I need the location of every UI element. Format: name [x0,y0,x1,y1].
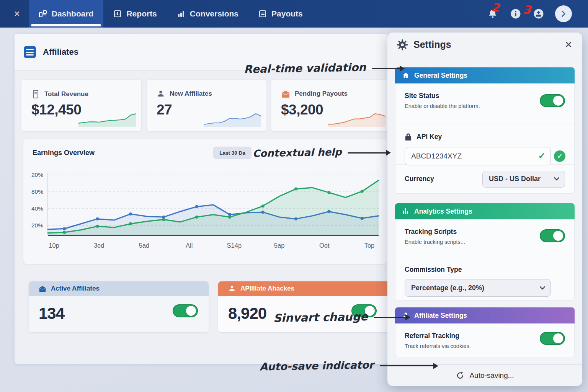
commission-type-label: Commission Type [405,266,565,274]
panel-expand-button[interactable] [555,5,572,22]
chevron-right-icon [560,10,567,17]
svg-text:80%: 80% [31,188,43,195]
info-badge: 3 [522,3,531,17]
site-status-row: Site Status Enable or disable the platfo… [395,83,574,124]
stat-label: Total Revenue [44,90,88,98]
annotation-contextual-help: Contextual help [253,147,390,158]
tracking-scripts-row: Tracking Scripts Enable tracking scripts… [395,219,574,257]
tab-conversions[interactable]: Conversions [167,0,248,28]
revenue-sparkline [78,111,136,127]
tab-label: Dashboard [52,9,94,18]
commission-type-value: Percentage (e.g., 20%) [411,284,484,292]
annotation-realtime-validation: Real-time validation [244,62,403,75]
nav-close-button[interactable]: ✕ [14,9,20,18]
envelope-icon [39,285,46,292]
validation-badge-icon: ✓ [554,150,565,162]
svg-text:5ad: 5ad [139,242,150,249]
site-status-toggle[interactable] [540,94,565,107]
api-key-input[interactable] [405,147,551,165]
svg-text:10p: 10p [49,242,59,249]
affiliates-sparkline [204,111,261,127]
chevron-down-icon [540,286,545,290]
upload-icon[interactable] [532,7,545,20]
autosave-text: Auto-saving... [469,371,514,380]
general-settings-section: General Settings Site Status Enable or d… [395,67,575,194]
analytics-settings-section: Analytics Settings Tracking Scripts Enab… [395,203,575,301]
page-title: Affiliates [43,47,78,57]
chevron-down-icon [554,177,559,181]
active-affiliates-card: Active Affiliates 134 [29,281,209,332]
stat-value: 27 [157,102,172,118]
affiliate-settings-header: Affiliate Settings [395,307,575,323]
dashboard-icon [39,10,47,18]
svg-text:5ap: 5ap [274,242,285,249]
referral-tracking-toggle[interactable] [540,332,565,345]
svg-text:S14p: S14p [227,242,242,249]
tab-payouts[interactable]: Payouts [248,0,313,28]
stat-label: Pending Payouts [295,90,348,98]
tab-dashboard[interactable]: Dashboard [29,0,104,28]
affiliates-list-icon [24,46,36,58]
card-value: 8,920 [228,304,266,323]
autosave-spinner-icon [456,371,465,380]
currency-value: USD - US Dollar [489,175,541,183]
api-key-label: API Key [416,133,442,141]
conversions-icon [177,10,185,18]
nav-actions [486,5,588,22]
svg-text:Oot: Oot [319,242,330,249]
currency-row: Currency USD - US Dollar [395,165,574,193]
active-affiliates-toggle[interactable] [173,304,198,317]
stat-label: New Affiliates [170,90,212,98]
card-title: Active Affiliates [51,285,100,292]
annotation-autosave-indicator: Auto-save indicator [260,360,437,372]
affiliate-hackes-card: APIlllate Ahackes 8,920 [218,281,390,332]
analytics-settings-header: Analytics Settings [395,203,575,219]
card-value: 134 [39,304,64,323]
svg-text:40%: 40% [31,205,43,212]
settings-panel: Settings ✕ General Settings Site Status … [387,33,582,386]
bell-badge: 2 [491,0,500,15]
stat-card-total-revenue: Total Revenue $12,450 [21,79,142,132]
general-settings-header: General Settings [395,67,575,83]
svg-text:Top: Top [364,242,375,249]
commission-type-select[interactable]: Percentage (e.g., 20%) [405,279,551,297]
earnings-chart: 20%80%40%20%10p3ed5adAllS14p5apOotTop [26,168,385,260]
svg-text:All: All [186,242,193,249]
user-icon [228,285,236,292]
reports-icon [113,10,122,18]
tab-label: Reports [126,9,157,18]
annotation-smart-change: Sinvart chauge [273,311,409,324]
stat-card-pending-payouts: Pending Payouts $3,200 [271,79,391,132]
payouts-icon [258,10,267,18]
gear-icon [397,39,408,51]
section-title: General Settings [414,72,467,80]
tab-reports[interactable]: Reports [103,0,167,28]
user-icon [157,90,165,98]
section-title: Affiliate Settings [414,312,467,320]
payouts-sparkline [328,111,385,127]
stat-value: $12,450 [31,102,81,118]
svg-text:3ed: 3ed [94,242,105,249]
referral-tracking-desc: Track referrals via cookies. [405,343,565,349]
api-key-row: API Key ✓ ✓ [395,124,574,165]
date-range-button[interactable]: Last 30 Da [213,147,252,159]
info-icon[interactable] [509,7,522,20]
tab-label: Conversions [190,9,238,18]
stat-value: $3,200 [281,102,323,118]
currency-select[interactable]: USD - US Dollar [482,171,565,188]
tab-label: Payouts [271,9,303,18]
svg-text:20%: 20% [31,222,43,229]
svg-text:20%: 20% [31,172,43,178]
lock-icon [405,133,412,141]
affiliate-settings-section: Affiliate Settings Referral Tracking Tra… [395,307,575,357]
tracking-scripts-toggle[interactable] [540,229,565,242]
earnings-title: Earnings Overview [33,149,95,157]
settings-title: Settings [413,39,451,50]
validation-check-icon: ✓ [538,151,546,161]
currency-label: Currency [405,175,434,183]
section-title: Analytics Settings [414,207,472,216]
stat-card-new-affiliates: New Affiliates 27 [146,79,267,132]
card-title: APIlllate Ahackes [240,285,294,292]
envelope-icon [281,90,290,98]
settings-close-button[interactable]: ✕ [565,39,572,50]
